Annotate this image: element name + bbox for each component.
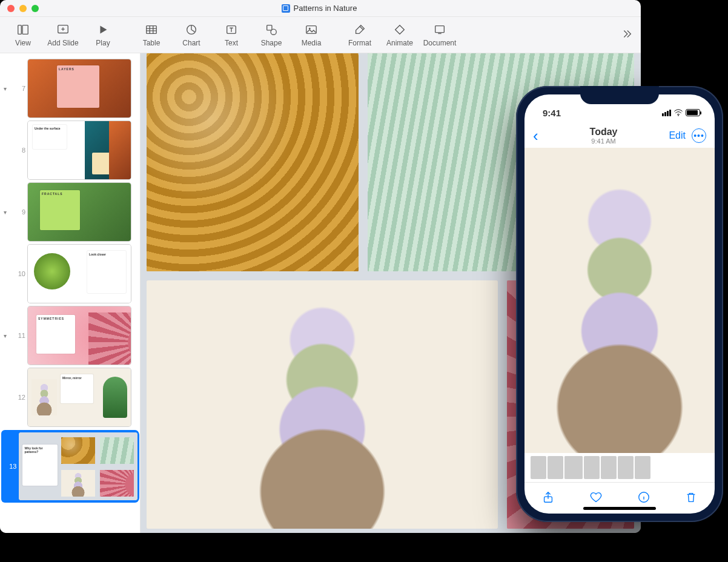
document-icon bbox=[282, 4, 290, 13]
scrubber-thumb-selected[interactable] bbox=[564, 456, 583, 479]
scrubber-thumb[interactable] bbox=[601, 456, 617, 479]
more-button[interactable]: ••• bbox=[692, 128, 706, 143]
svg-rect-10 bbox=[435, 26, 445, 33]
scrubber-thumb[interactable] bbox=[531, 456, 546, 479]
document-button[interactable]: Document bbox=[420, 21, 459, 50]
chart-icon bbox=[185, 23, 198, 36]
thumb-title: SYMMETRIES bbox=[38, 317, 64, 320]
slide-thumbnail[interactable]: 12 Mirror, mirror bbox=[1, 368, 139, 426]
close-window-button[interactable] bbox=[7, 5, 15, 12]
status-time: 9:41 bbox=[543, 108, 561, 118]
animate-label: Animate bbox=[386, 39, 413, 47]
table-button[interactable]: Table bbox=[132, 21, 171, 50]
status-icons bbox=[662, 109, 700, 116]
view-button[interactable]: View bbox=[4, 21, 42, 50]
text-icon bbox=[225, 23, 238, 36]
thumb-title: FRACTALS bbox=[42, 192, 63, 196]
add-slide-label: Add Slide bbox=[47, 39, 78, 47]
slide-thumbnail[interactable]: 8 Under the surface bbox=[1, 121, 139, 179]
disclosure-icon[interactable]: ▾ bbox=[1, 85, 8, 92]
window-title: Patterns in Nature bbox=[44, 4, 595, 13]
favorite-button[interactable] bbox=[589, 491, 603, 506]
slide-navigator[interactable]: ▾ 7 LAYERS 8 Under the surface bbox=[0, 53, 141, 533]
document-label: Document bbox=[423, 39, 457, 47]
slide-thumbnail[interactable]: ▾ 11 SYMMETRIES bbox=[1, 306, 139, 365]
svg-point-7 bbox=[271, 29, 276, 35]
home-indicator[interactable] bbox=[583, 507, 656, 510]
minimize-window-button[interactable] bbox=[19, 5, 27, 12]
slide-number: 13 bbox=[2, 463, 16, 470]
window-title-text: Patterns in Nature bbox=[294, 4, 357, 13]
table-label: Table bbox=[143, 39, 160, 47]
slide-thumbnail[interactable]: ▾ 7 LAYERS bbox=[1, 59, 139, 117]
toolbar-overflow-button[interactable] bbox=[618, 25, 635, 42]
animate-button[interactable]: Animate bbox=[380, 21, 419, 50]
thumb-title: Why look for patterns? bbox=[24, 446, 42, 454]
info-button[interactable] bbox=[637, 491, 650, 506]
delete-button[interactable] bbox=[684, 491, 698, 506]
thumb-title: Look closer bbox=[89, 253, 106, 256]
slide-number: 7 bbox=[11, 85, 25, 92]
nav-title-text: Today bbox=[590, 127, 618, 137]
scrubber-thumb[interactable] bbox=[635, 456, 650, 479]
shape-button[interactable]: Shape bbox=[252, 21, 291, 50]
slide-number: 8 bbox=[11, 147, 25, 154]
document-icon bbox=[433, 23, 446, 36]
iphone-screen: 9:41 ‹ Today 9:41 AM Edit ••• bbox=[524, 94, 715, 514]
format-button[interactable]: Format bbox=[340, 21, 379, 50]
table-icon bbox=[145, 23, 158, 36]
svg-rect-6 bbox=[267, 25, 272, 30]
media-label: Media bbox=[302, 39, 322, 47]
canvas-image-honeycomb[interactable] bbox=[147, 53, 359, 271]
slide-thumbnail[interactable]: 10 Look closer bbox=[1, 245, 139, 303]
slide-number: 9 bbox=[11, 208, 25, 216]
svg-rect-1 bbox=[22, 25, 28, 35]
cellular-icon bbox=[662, 110, 671, 116]
format-icon bbox=[353, 23, 366, 36]
share-button[interactable] bbox=[541, 491, 555, 506]
nav-title: Today 9:41 AM bbox=[590, 127, 618, 145]
wifi-icon bbox=[673, 109, 683, 116]
svg-rect-8 bbox=[306, 26, 317, 34]
canvas-image-shells[interactable] bbox=[147, 280, 498, 529]
photos-nav-bar: ‹ Today 9:41 AM Edit ••• bbox=[524, 124, 715, 148]
animate-icon bbox=[393, 23, 406, 36]
svg-rect-3 bbox=[147, 26, 157, 34]
edit-button[interactable]: Edit bbox=[669, 130, 686, 141]
text-label: Text bbox=[225, 39, 238, 47]
add-slide-button[interactable]: Add Slide bbox=[44, 21, 82, 50]
disclosure-icon[interactable]: ▾ bbox=[1, 209, 8, 216]
photo-content bbox=[524, 148, 715, 453]
photo-scrubber[interactable] bbox=[524, 453, 715, 482]
chart-button[interactable]: Chart bbox=[172, 21, 211, 50]
slide-thumbnail[interactable]: ▾ 9 FRACTALS bbox=[1, 183, 139, 241]
disclosure-icon[interactable]: ▾ bbox=[1, 332, 8, 339]
scrubber-thumb[interactable] bbox=[548, 456, 563, 479]
text-button[interactable]: Text bbox=[212, 21, 251, 50]
slide-number: 10 bbox=[11, 270, 25, 277]
shape-icon bbox=[265, 23, 278, 36]
slide-thumbnail-selected[interactable]: 13 Why look for patterns? bbox=[1, 430, 139, 503]
play-label: Play bbox=[96, 39, 110, 47]
media-button[interactable]: Media bbox=[292, 21, 331, 50]
thumb-title: Under the surface bbox=[35, 127, 61, 130]
iphone-notch bbox=[580, 86, 659, 104]
window-controls bbox=[7, 5, 39, 12]
play-button[interactable]: Play bbox=[84, 21, 122, 50]
thumb-title: Mirror, mirror bbox=[62, 376, 82, 380]
title-bar: Patterns in Nature bbox=[0, 0, 641, 17]
chart-label: Chart bbox=[182, 39, 200, 47]
format-label: Format bbox=[348, 39, 371, 47]
maximize-window-button[interactable] bbox=[31, 5, 39, 12]
photo-viewer[interactable] bbox=[524, 148, 715, 453]
svg-rect-0 bbox=[18, 25, 22, 35]
slide-number: 12 bbox=[11, 394, 25, 401]
slide-number: 11 bbox=[11, 332, 25, 339]
scrubber-thumb[interactable] bbox=[584, 456, 600, 479]
media-icon bbox=[305, 23, 318, 36]
thumb-title: LAYERS bbox=[59, 67, 74, 71]
view-label: View bbox=[15, 39, 31, 47]
nav-subtitle-text: 9:41 AM bbox=[590, 137, 618, 145]
back-button[interactable]: ‹ bbox=[533, 127, 538, 145]
scrubber-thumb[interactable] bbox=[618, 456, 634, 479]
